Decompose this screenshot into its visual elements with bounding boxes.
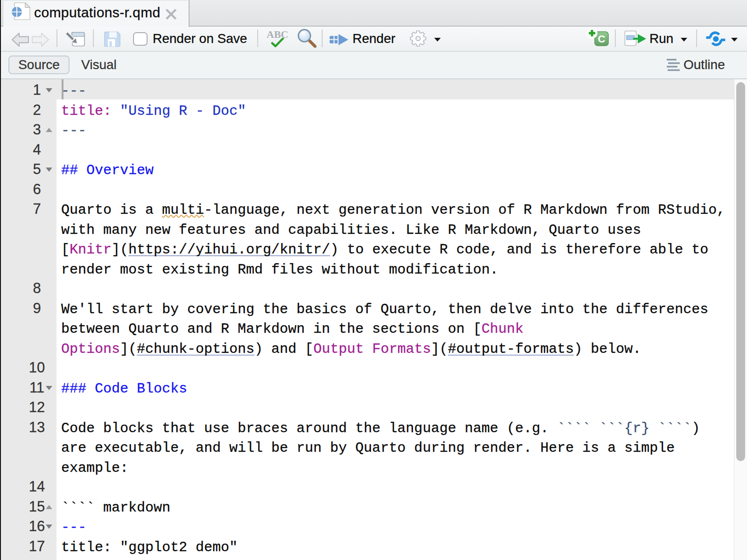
svg-text:C: C: [598, 33, 606, 45]
